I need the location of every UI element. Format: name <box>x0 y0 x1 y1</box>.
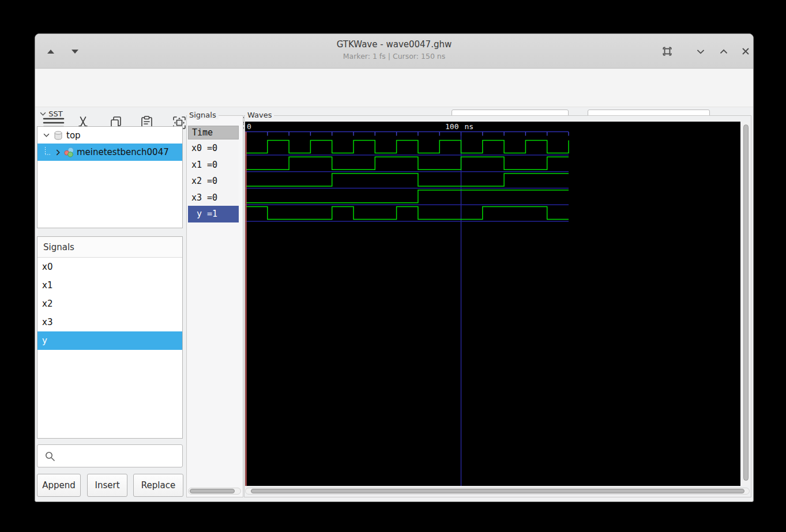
insert-button[interactable]: Insert <box>87 474 127 497</box>
waves-vscroll-thumb[interactable] <box>743 124 749 481</box>
tree-item-label: meinetestbench0047 <box>77 147 169 157</box>
signal-row-x1[interactable]: x1 =0 <box>188 157 239 173</box>
time-column-header[interactable]: Time <box>188 126 239 139</box>
wave-trace-x3 <box>246 190 569 203</box>
keep-above-button[interactable] <box>661 46 673 57</box>
signal-search[interactable] <box>37 444 183 467</box>
replace-button[interactable]: Replace <box>133 474 183 497</box>
sst-header[interactable]: SST <box>37 110 65 118</box>
gtkwave-window: GTKWave - wave0047.ghw Marker: 1 fs | Cu… <box>35 33 754 502</box>
tree-item-label: top <box>66 130 81 141</box>
sst-tree: top meinetestbench0047 <box>37 126 183 228</box>
waves-hscroll-thumb[interactable] <box>251 489 744 493</box>
expander-right-icon[interactable] <box>55 149 61 156</box>
tree-item-testbench[interactable]: meinetestbench0047 <box>37 144 182 161</box>
signal-row-y-selected[interactable]: y =1 <box>188 206 239 222</box>
append-button[interactable]: Append <box>37 474 81 497</box>
timeline-label-0: 0 <box>247 122 251 131</box>
tree-item-top[interactable]: top <box>37 127 182 144</box>
list-item[interactable]: x1 <box>37 276 182 295</box>
wave-trace-x1 <box>246 157 569 169</box>
window-title: GTKWave - wave0047.ghw <box>35 39 753 50</box>
close-button[interactable] <box>740 46 751 57</box>
waves-hscrollbar[interactable] <box>245 488 750 495</box>
wave-trace-x0 <box>246 141 569 153</box>
maximize-button[interactable] <box>718 46 729 57</box>
database-icon <box>53 130 63 141</box>
tree-connector <box>44 147 51 157</box>
signal-row-x3[interactable]: x3 =0 <box>188 190 239 206</box>
expander-down-icon <box>40 111 46 116</box>
signal-facility-list: Signals x0 x1 x2 x3 y <box>37 236 183 439</box>
search-input[interactable] <box>57 446 178 466</box>
titlebar[interactable]: GTKWave - wave0047.ghw Marker: 1 fs | Cu… <box>35 34 753 69</box>
signal-row-x0[interactable]: x0 =0 <box>188 140 239 157</box>
search-icon <box>44 451 56 462</box>
signals-frame-label: Signals <box>187 111 219 119</box>
wave-trace-x2 <box>246 173 569 186</box>
waves-vscrollbar[interactable] <box>742 122 750 485</box>
keep-above-icon <box>661 46 673 57</box>
signals-hscroll-thumb[interactable] <box>190 489 235 493</box>
wave-trace-y <box>246 207 569 220</box>
close-icon <box>740 46 751 57</box>
list-item[interactable]: x2 <box>37 295 182 313</box>
timeline-label-100: 100 <box>445 122 458 131</box>
list-item-selected[interactable]: y <box>37 331 182 350</box>
signals-hscrollbar[interactable] <box>188 488 241 495</box>
timeline-unit: ns <box>465 122 474 131</box>
module-icon <box>63 146 75 158</box>
wave-canvas[interactable]: 0100ns <box>245 122 740 486</box>
expander-down-icon[interactable] <box>43 133 50 138</box>
facility-list-header[interactable]: Signals <box>37 237 182 258</box>
signal-row-x2[interactable]: x2 =0 <box>188 173 239 190</box>
list-item[interactable]: x0 <box>37 258 182 276</box>
marker-cursor-status: Marker: 1 fs | Cursor: 150 ns <box>35 52 753 61</box>
minimize-button[interactable] <box>695 46 706 57</box>
chevron-up-icon <box>718 46 729 57</box>
chevron-down-icon <box>695 46 706 57</box>
waves-frame-label: Waves <box>245 111 274 119</box>
toolbar: From: To: <box>35 69 753 107</box>
list-item[interactable]: x3 <box>37 313 182 331</box>
